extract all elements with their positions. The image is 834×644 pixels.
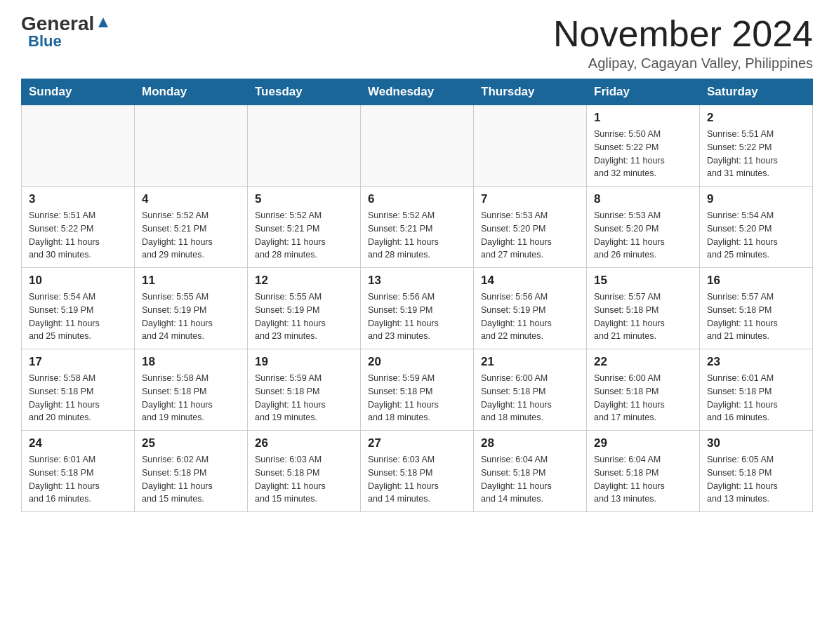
day-number: 23	[707, 355, 805, 369]
day-info: Sunrise: 6:03 AMSunset: 5:18 PMDaylight:…	[255, 453, 353, 506]
day-info: Sunrise: 5:55 AMSunset: 5:19 PMDaylight:…	[142, 290, 240, 343]
calendar-cell: 30Sunrise: 6:05 AMSunset: 5:18 PMDayligh…	[700, 431, 813, 512]
day-info: Sunrise: 5:58 AMSunset: 5:18 PMDaylight:…	[142, 372, 240, 424]
day-info: Sunrise: 5:53 AMSunset: 5:20 PMDaylight:…	[481, 209, 579, 262]
calendar-cell: 27Sunrise: 6:03 AMSunset: 5:18 PMDayligh…	[361, 431, 474, 512]
day-info: Sunrise: 6:00 AMSunset: 5:18 PMDaylight:…	[481, 372, 579, 424]
calendar-cell: 15Sunrise: 5:57 AMSunset: 5:18 PMDayligh…	[587, 268, 700, 349]
day-number: 5	[255, 192, 353, 206]
day-info: Sunrise: 5:58 AMSunset: 5:18 PMDaylight:…	[29, 372, 127, 424]
day-info: Sunrise: 5:57 AMSunset: 5:18 PMDaylight:…	[594, 290, 692, 343]
calendar-cell	[135, 105, 248, 187]
calendar-cell: 9Sunrise: 5:54 AMSunset: 5:20 PMDaylight…	[700, 187, 813, 268]
day-number: 12	[255, 274, 353, 288]
calendar-cell: 29Sunrise: 6:04 AMSunset: 5:18 PMDayligh…	[587, 431, 700, 512]
month-year-title: November 2024	[553, 14, 813, 54]
page-header: General Blue November 2024 Aglipay, Caga…	[21, 14, 813, 72]
day-number: 22	[594, 355, 692, 369]
calendar-cell: 10Sunrise: 5:54 AMSunset: 5:19 PMDayligh…	[22, 268, 135, 349]
day-number: 26	[255, 436, 353, 450]
logo-blue: Blue	[28, 32, 62, 51]
calendar-cell: 24Sunrise: 6:01 AMSunset: 5:18 PMDayligh…	[22, 431, 135, 512]
calendar-week-row: 17Sunrise: 5:58 AMSunset: 5:18 PMDayligh…	[22, 349, 813, 431]
day-number: 13	[368, 274, 466, 288]
day-number: 27	[368, 436, 466, 450]
calendar-table: SundayMondayTuesdayWednesdayThursdayFrid…	[21, 79, 813, 512]
calendar-cell: 13Sunrise: 5:56 AMSunset: 5:19 PMDayligh…	[361, 268, 474, 349]
day-number: 29	[594, 436, 692, 450]
day-number: 6	[368, 192, 466, 206]
day-info: Sunrise: 5:52 AMSunset: 5:21 PMDaylight:…	[368, 209, 466, 262]
calendar-cell: 8Sunrise: 5:53 AMSunset: 5:20 PMDaylight…	[587, 187, 700, 268]
day-number: 9	[707, 192, 805, 206]
day-info: Sunrise: 5:50 AMSunset: 5:22 PMDaylight:…	[594, 128, 692, 180]
calendar-cell: 7Sunrise: 5:53 AMSunset: 5:20 PMDaylight…	[474, 187, 587, 268]
day-info: Sunrise: 5:59 AMSunset: 5:18 PMDaylight:…	[368, 372, 466, 424]
day-number: 2	[707, 111, 805, 125]
logo-triangle-icon	[95, 15, 111, 30]
calendar-cell: 28Sunrise: 6:04 AMSunset: 5:18 PMDayligh…	[474, 431, 587, 512]
calendar-cell: 4Sunrise: 5:52 AMSunset: 5:21 PMDaylight…	[135, 187, 248, 268]
day-info: Sunrise: 5:54 AMSunset: 5:20 PMDaylight:…	[707, 209, 805, 262]
calendar-cell: 18Sunrise: 5:58 AMSunset: 5:18 PMDayligh…	[135, 349, 248, 431]
day-number: 10	[29, 274, 127, 288]
title-block: November 2024 Aglipay, Cagayan Valley, P…	[553, 14, 813, 72]
calendar-cell: 5Sunrise: 5:52 AMSunset: 5:21 PMDaylight…	[248, 187, 361, 268]
calendar-cell: 11Sunrise: 5:55 AMSunset: 5:19 PMDayligh…	[135, 268, 248, 349]
calendar-cell: 16Sunrise: 5:57 AMSunset: 5:18 PMDayligh…	[700, 268, 813, 349]
logo: General Blue	[21, 14, 111, 51]
location-subtitle: Aglipay, Cagayan Valley, Philippines	[553, 55, 813, 72]
day-info: Sunrise: 5:56 AMSunset: 5:19 PMDaylight:…	[368, 290, 466, 343]
calendar-week-row: 10Sunrise: 5:54 AMSunset: 5:19 PMDayligh…	[22, 268, 813, 349]
calendar-cell	[248, 105, 361, 187]
day-info: Sunrise: 5:52 AMSunset: 5:21 PMDaylight:…	[255, 209, 353, 262]
weekday-header-monday: Monday	[135, 79, 248, 105]
day-number: 30	[707, 436, 805, 450]
day-info: Sunrise: 5:54 AMSunset: 5:19 PMDaylight:…	[29, 290, 127, 343]
calendar-cell: 12Sunrise: 5:55 AMSunset: 5:19 PMDayligh…	[248, 268, 361, 349]
calendar-cell: 1Sunrise: 5:50 AMSunset: 5:22 PMDaylight…	[587, 105, 700, 187]
day-info: Sunrise: 6:00 AMSunset: 5:18 PMDaylight:…	[594, 372, 692, 424]
day-number: 1	[594, 111, 692, 125]
day-number: 14	[481, 274, 579, 288]
day-info: Sunrise: 5:51 AMSunset: 5:22 PMDaylight:…	[29, 209, 127, 262]
day-number: 28	[481, 436, 579, 450]
day-info: Sunrise: 5:51 AMSunset: 5:22 PMDaylight:…	[707, 128, 805, 180]
day-number: 8	[594, 192, 692, 206]
weekday-header-saturday: Saturday	[700, 79, 813, 105]
day-number: 15	[594, 274, 692, 288]
calendar-cell	[22, 105, 135, 187]
day-info: Sunrise: 6:01 AMSunset: 5:18 PMDaylight:…	[29, 453, 127, 506]
calendar-week-row: 24Sunrise: 6:01 AMSunset: 5:18 PMDayligh…	[22, 431, 813, 512]
calendar-week-row: 1Sunrise: 5:50 AMSunset: 5:22 PMDaylight…	[22, 105, 813, 187]
day-number: 16	[707, 274, 805, 288]
day-info: Sunrise: 6:02 AMSunset: 5:18 PMDaylight:…	[142, 453, 240, 506]
day-number: 19	[255, 355, 353, 369]
weekday-header-wednesday: Wednesday	[361, 79, 474, 105]
calendar-cell: 20Sunrise: 5:59 AMSunset: 5:18 PMDayligh…	[361, 349, 474, 431]
day-number: 17	[29, 355, 127, 369]
day-info: Sunrise: 6:01 AMSunset: 5:18 PMDaylight:…	[707, 372, 805, 424]
day-info: Sunrise: 6:03 AMSunset: 5:18 PMDaylight:…	[368, 453, 466, 506]
day-info: Sunrise: 6:05 AMSunset: 5:18 PMDaylight:…	[707, 453, 805, 506]
calendar-cell: 3Sunrise: 5:51 AMSunset: 5:22 PMDaylight…	[22, 187, 135, 268]
calendar-cell: 22Sunrise: 6:00 AMSunset: 5:18 PMDayligh…	[587, 349, 700, 431]
day-number: 18	[142, 355, 240, 369]
calendar-cell: 21Sunrise: 6:00 AMSunset: 5:18 PMDayligh…	[474, 349, 587, 431]
day-number: 25	[142, 436, 240, 450]
svg-marker-0	[98, 18, 108, 27]
calendar-cell: 14Sunrise: 5:56 AMSunset: 5:19 PMDayligh…	[474, 268, 587, 349]
calendar-cell: 19Sunrise: 5:59 AMSunset: 5:18 PMDayligh…	[248, 349, 361, 431]
day-info: Sunrise: 5:59 AMSunset: 5:18 PMDaylight:…	[255, 372, 353, 424]
day-info: Sunrise: 5:56 AMSunset: 5:19 PMDaylight:…	[481, 290, 579, 343]
weekday-header-friday: Friday	[587, 79, 700, 105]
day-number: 11	[142, 274, 240, 288]
day-number: 21	[481, 355, 579, 369]
day-number: 3	[29, 192, 127, 206]
day-number: 7	[481, 192, 579, 206]
calendar-week-row: 3Sunrise: 5:51 AMSunset: 5:22 PMDaylight…	[22, 187, 813, 268]
day-info: Sunrise: 5:57 AMSunset: 5:18 PMDaylight:…	[707, 290, 805, 343]
day-info: Sunrise: 6:04 AMSunset: 5:18 PMDaylight:…	[481, 453, 579, 506]
weekday-header-tuesday: Tuesday	[248, 79, 361, 105]
day-info: Sunrise: 5:55 AMSunset: 5:19 PMDaylight:…	[255, 290, 353, 343]
